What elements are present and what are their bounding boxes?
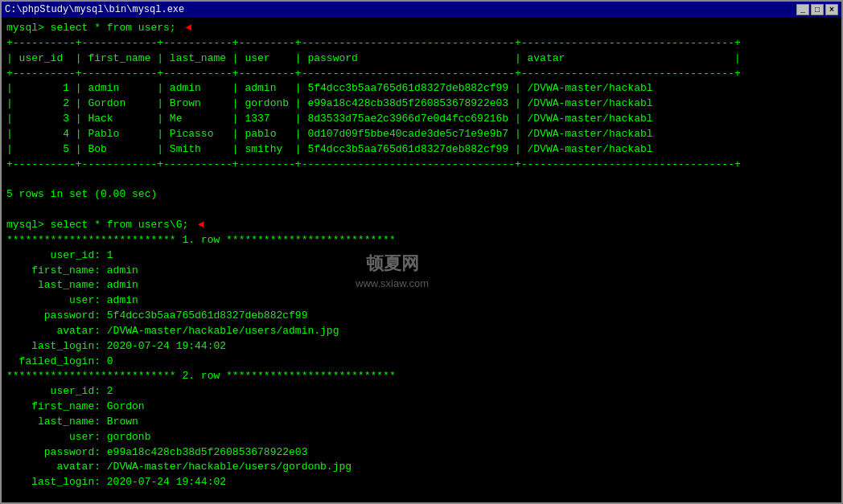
maximize-button[interactable]: □ (811, 4, 824, 15)
field-last-login-1: last_login: 2020-07-24 19:44:02 (6, 339, 837, 354)
table-row-2: | 2 | Gordon | Brown | gordonb | e99a18c… (6, 96, 837, 112)
arrow-2: ◄ (191, 218, 204, 233)
field-password-2: password: e99a18c428cb38d5f260853678922e… (6, 445, 837, 461)
field-user-2: user: gordonb (6, 430, 837, 445)
table-row-5: | 5 | Bob | Smith | smithy | 5f4dcc3b5aa… (6, 142, 837, 158)
terminal-window: C:\phpStudy\mysql\bin\mysql.exe _ □ × my… (0, 0, 843, 504)
table-separator-bottom: +----------+------------+-----------+---… (6, 158, 837, 173)
field-last-name-1: last_name: admin (6, 278, 837, 293)
window-title: C:\phpStudy\mysql\bin\mysql.exe (5, 4, 184, 15)
field-avatar-1: avatar: /DVWA-master/hackable/users/admi… (6, 324, 837, 339)
minimize-button[interactable]: _ (796, 4, 809, 15)
table-header: | user_id | first_name | last_name | use… (6, 51, 837, 67)
field-last-login-2: last_login: 2020-07-24 19:44:02 (6, 475, 837, 490)
close-button[interactable]: × (825, 4, 838, 15)
arrow-1: ◄ (179, 21, 192, 36)
table-row-4: | 4 | Pablo | Picasso | pablo | 0d107d09… (6, 127, 837, 142)
field-user-id-2: user_id: 2 (6, 384, 837, 400)
table-separator-top: +----------+------------+-----------+---… (6, 36, 837, 51)
rows-in-set: 5 rows in set (0.00 sec) (6, 187, 837, 203)
field-failed-login-1: failed_login: 0 (6, 354, 837, 370)
command-line-1: mysql> select * from users; ◄ (6, 21, 837, 36)
field-password-1: password: 5f4dcc3b5aa765d61d8327deb882cf… (6, 309, 837, 324)
command-line-2: mysql> select * from users\G; ◄ (6, 218, 837, 233)
field-first-name-1: first_name: admin (6, 264, 837, 279)
title-bar-buttons[interactable]: _ □ × (796, 4, 838, 15)
title-bar-left: C:\phpStudy\mysql\bin\mysql.exe (5, 4, 184, 15)
field-first-name-2: first_name: Gordon (6, 400, 837, 415)
table-separator-header: +----------+------------+-----------+---… (6, 67, 837, 82)
stars-row-2: *************************** 2. row *****… (6, 369, 837, 384)
table-row-3: | 3 | Hack | Me | 1337 | 8d3533d75ae2c39… (6, 112, 837, 127)
title-bar: C:\phpStudy\mysql\bin\mysql.exe _ □ × (2, 2, 841, 18)
prompt-text-1: mysql> select * from users; (6, 22, 176, 34)
field-last-name-2: last_name: Brown (6, 415, 837, 430)
field-avatar-2: avatar: /DVWA-master/hackable/users/gord… (6, 460, 837, 475)
terminal-body: mysql> select * from users; ◄ +---------… (2, 18, 841, 502)
prompt-text-2: mysql> select * from users\G; (6, 219, 188, 231)
stars-row-1: *************************** 1. row *****… (6, 233, 837, 248)
field-user-id-1: user_id: 1 (6, 248, 837, 264)
table-row-1: | 1 | admin | admin | admin | 5f4dcc3b5a… (6, 81, 837, 96)
blank-line-1 (6, 172, 837, 187)
field-user-1: user: admin (6, 293, 837, 309)
blank-line-2 (6, 203, 837, 218)
